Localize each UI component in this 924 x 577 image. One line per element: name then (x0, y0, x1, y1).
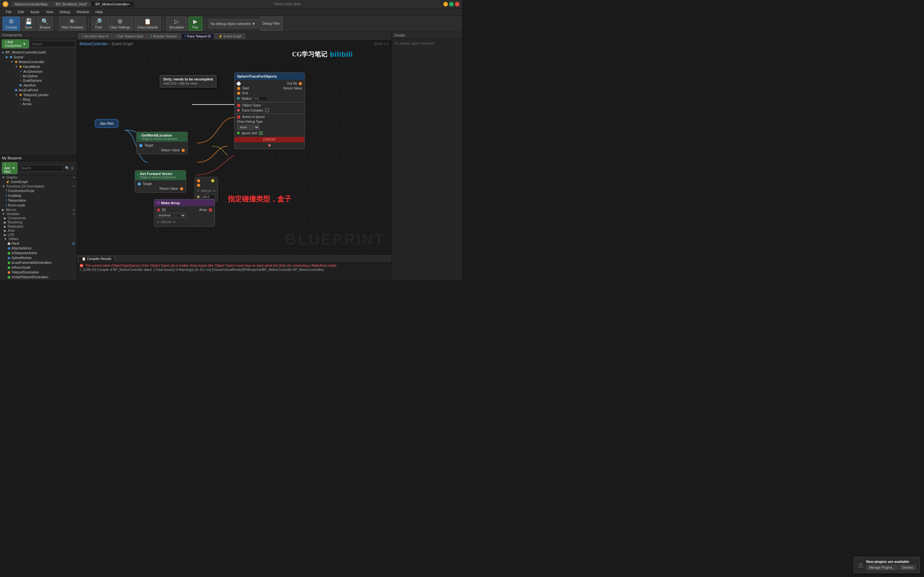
save-button[interactable]: 💾 Save (21, 17, 36, 31)
sphere-tc-in[interactable]: Trace Complex (237, 108, 269, 112)
compiler-results-tab[interactable]: 📋 Compiler Results (78, 256, 115, 261)
tab-event-graph[interactable]: ⚡ Event Graph (215, 33, 245, 39)
maximize-button[interactable] (449, 2, 454, 6)
menu-window[interactable]: Window (73, 10, 92, 14)
menu-edit[interactable]: Edit (15, 10, 27, 14)
func-teleportation[interactable]: f Teleportation (0, 198, 77, 203)
functions-add[interactable]: + (73, 185, 75, 188)
multiply-node[interactable]: + Add pin + (195, 177, 218, 201)
close-button[interactable] (455, 2, 459, 6)
gwl-target-pin[interactable]: Target (137, 143, 187, 148)
var-is-teleporter-active[interactable]: IsTeleporterActive (0, 251, 77, 255)
bp-cat-components[interactable]: ▶ Components (0, 216, 77, 220)
tab-bpbox[interactable]: BP_BoxMesh_Red* (52, 2, 91, 7)
hide-unrelated-button[interactable]: 👁 Hide Unrelated (59, 17, 86, 31)
tab-get-teleport[interactable]: f Get Teleport Dest (113, 33, 147, 39)
add-component-button[interactable]: + Add Component ▼ (2, 39, 29, 48)
blueprint-graph[interactable]: MotionController › Event Graph Zoom 1:1 (77, 40, 391, 255)
sphere-is-in[interactable]: Ignore Self ✓ (237, 131, 263, 135)
jian-ren-node[interactable]: Jian Ren (95, 119, 119, 128)
ma-boxmesh-select[interactable]: BoxMesh (157, 213, 186, 218)
tree-self[interactable]: ● BP_MotionController(self) (0, 50, 77, 55)
var-is-valid-teleport[interactable]: IsValidTeleportDestination (0, 275, 77, 279)
bp-section-functions[interactable]: ▼ Functions (19 Overridable) + (0, 184, 77, 189)
simulation-button[interactable]: ▷ Simulation (166, 17, 187, 31)
tree-arcspline[interactable]: ~ ArcSpline (0, 74, 77, 78)
bp-section-graphs[interactable]: ▼ Graphs + (0, 175, 77, 179)
tab-trace-teleport[interactable]: f Trace Teleport Di (181, 33, 214, 39)
play-button[interactable]: ▶ Play (188, 17, 202, 31)
components-search-input[interactable] (30, 41, 75, 47)
func-construction[interactable]: f ConstructionScript (0, 189, 77, 193)
tree-jianren[interactable]: ◆ JianRen (0, 83, 77, 87)
ma-index-left[interactable]: [0] (157, 208, 166, 211)
tab-bpmotion[interactable]: BP_MotionController+ (91, 2, 134, 7)
sphere-radius-in[interactable]: Radius (237, 96, 268, 101)
bp-search-input[interactable] (19, 165, 64, 171)
get-world-location-node[interactable]: f GetWorldLocation Target is Scene Compo… (136, 132, 188, 154)
tree-arcdirection[interactable]: ↗ ArcDirection (0, 69, 77, 74)
bp-cat-utilities[interactable]: ▼ Utilities (0, 237, 77, 241)
sphere-start-in[interactable]: Start (237, 87, 249, 90)
bp-cat-rendering[interactable]: ▶ Rendering (0, 220, 77, 224)
menu-view[interactable]: View (42, 10, 57, 14)
bp-section-macros[interactable]: ▶ Macros + (0, 208, 77, 212)
tree-motioncontroller[interactable]: ▼ ◆ MotionController (0, 59, 77, 64)
tab-activate[interactable]: f Activate Teleport (147, 33, 180, 39)
make-array-node[interactable]: ⊞ Make Array [0] Array (154, 199, 215, 227)
func-room-scale[interactable]: f Room-scale (0, 203, 77, 208)
variables-add[interactable]: + (73, 212, 75, 216)
tree-handmesh[interactable]: ▼ ◆ HandMesh (0, 64, 77, 69)
my-blueprint-header[interactable]: My Blueprint (0, 155, 77, 161)
tree-arrow[interactable]: ↑ Arrow (0, 102, 77, 106)
var-last-frame[interactable]: bLastFrameValidDestination (0, 260, 77, 265)
event-graph-item[interactable]: ⚡ EventGraph (0, 179, 77, 184)
browse-button[interactable]: 🔍 Browse (37, 17, 53, 31)
bp-cat-actor[interactable]: ▶ Actor (0, 229, 77, 233)
ignore-self-checkbox[interactable]: ✓ (259, 131, 263, 135)
macros-add[interactable]: + (73, 208, 75, 211)
sphere-exec-in[interactable] (237, 82, 240, 85)
radius-value-input[interactable] (254, 96, 268, 101)
ma-boxmesh-row[interactable]: BoxMesh (154, 212, 215, 219)
tree-grabsphere[interactable]: ○ GrabSphere (0, 78, 77, 83)
gwl-return-pin[interactable]: Return Value (137, 148, 187, 153)
get-forward-vector-node[interactable]: f Get Forward Vector Target is Scene Com… (135, 170, 186, 193)
menu-help[interactable]: Help (92, 10, 106, 14)
bp-section-variables[interactable]: ▼ Variables + (0, 212, 77, 216)
sphere-trace-node[interactable]: SphereTraceForObjects Out Hit (234, 73, 305, 149)
graphs-add[interactable]: + (73, 176, 75, 179)
var-spline-meshes[interactable]: SplineMeshes (0, 255, 77, 260)
menu-asset[interactable]: Asset (27, 10, 43, 14)
sphere-end-in[interactable]: End (237, 91, 248, 95)
mul-add-pin[interactable]: + Add pin + (197, 188, 216, 193)
var-teleport-dest[interactable]: TeleportDestination (0, 270, 77, 275)
sphere-ot-in[interactable]: Object Types (237, 103, 261, 107)
mul-value-input[interactable] (201, 195, 215, 199)
tab-motionmap[interactable]: MotionControllerMap (11, 2, 51, 7)
ma-add-pin-btn[interactable]: + Add pin + (154, 219, 215, 225)
tree-ring[interactable]: ○ Ring (0, 97, 77, 102)
tree-teleportcylinder[interactable]: ▼ ◆ TeleportCylinder (0, 92, 77, 97)
class-defaults-button[interactable]: 📋 Class Defaults (134, 17, 161, 31)
find-button[interactable]: 🔎 Find (91, 17, 105, 31)
menu-debug[interactable]: Debug (57, 10, 73, 14)
menu-file[interactable]: File (3, 10, 15, 14)
tab-get-actor[interactable]: f Get Actor Near H (78, 33, 112, 39)
tree-arcendpoint[interactable]: ◆ ArcEndPoint (0, 87, 77, 92)
sphere-ai-in[interactable]: Actors to Ignore (237, 115, 265, 119)
compile-button[interactable]: ⚙ Compile (3, 17, 20, 31)
tree-scene[interactable]: ▶ ◆ Scene (0, 55, 77, 59)
var-is-room-scale[interactable]: IsRoomScale (0, 265, 77, 270)
minimize-button[interactable] (443, 2, 448, 6)
trace-complex-checkbox[interactable] (265, 108, 269, 112)
gfv-return-pin[interactable]: Return Value (135, 186, 186, 191)
class-settings-button[interactable]: ⚙ Class Settings (107, 17, 133, 31)
var-grip-state[interactable]: GripState (0, 279, 77, 280)
debug-filter-button[interactable]: Debug Filter (260, 17, 283, 31)
bp-cat-lod[interactable]: ▶ LOD (0, 233, 77, 237)
var-attached-actor[interactable]: AttachedActor (0, 246, 77, 251)
gfv-target-pin[interactable]: Target (135, 181, 186, 186)
func-grabbing[interactable]: f Grabbing (0, 193, 77, 198)
draw-debug-select[interactable]: None (237, 125, 260, 130)
